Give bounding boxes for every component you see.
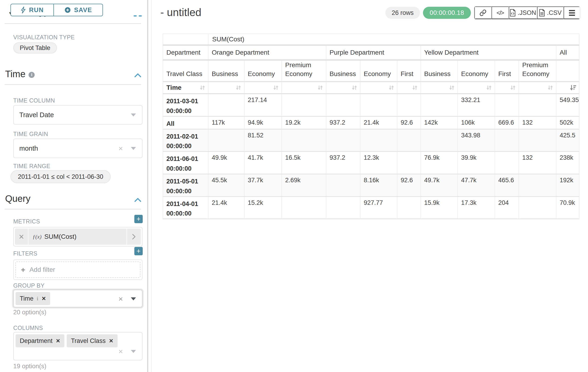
export-csv-button[interactable]: .CSV [537,7,564,19]
selected-tag[interactable]: Travel Class✕ [67,334,117,347]
export-toolbar: </> .JSON .CSV [474,6,580,20]
query-section-header[interactable]: Query [5,193,31,204]
value-cell [208,94,244,116]
value-cell: 76.9k [421,152,458,174]
value-cell: 2.69k [282,174,326,196]
column-sort-header[interactable] [519,82,556,94]
metric-pill[interactable]: ✕ ƒ(x) SUM(Cost) [15,229,141,245]
time-column-value: Travel Date [19,111,54,119]
value-cell: 937.2 [326,152,360,174]
plus-circle-icon [64,7,71,13]
row-header: 2011-03-01 00:00:00 [163,94,208,116]
sort-icon [486,85,492,91]
remove-metric-icon[interactable]: ✕ [15,229,28,245]
save-button[interactable]: SAVE [54,4,103,16]
value-cell: 425.5 [556,129,579,152]
value-cell [519,174,556,196]
group-by-label: GROUP BY [13,282,45,289]
more-options-button[interactable] [564,7,580,19]
value-cell: 21.4k [208,196,244,219]
department-group-header: All [556,45,579,60]
visualization-type-value[interactable]: Pivot Table [13,42,57,53]
column-sort-header[interactable] [360,82,397,94]
value-cell [397,94,421,116]
add-filter-button[interactable]: + Add filter [15,262,140,278]
value-cell: 332.21 [458,94,495,116]
value-cell: 15.9k [421,196,458,219]
expand-metric-icon[interactable] [126,229,141,245]
group-by-select[interactable]: Timei✕ × [13,290,142,307]
add-filter-placeholder: Add filter [30,266,55,273]
sort-icon [547,85,554,91]
value-cell: 19.2k [282,116,326,129]
section-divider [5,209,141,210]
time-range-value[interactable]: 2011-01-01 ≤ col < 2011-06-30 [10,170,111,183]
time-column-label: TIME COLUMN [13,97,55,104]
travel-class-header: Economy [458,60,495,82]
chevron-down-icon [131,297,136,300]
value-cell [519,94,556,116]
time-section-header[interactable]: Time i [5,69,35,79]
time-column-select[interactable]: Travel Date [13,105,142,125]
plus-icon: + [21,266,25,273]
columns-select[interactable]: Department✕Travel Class✕ × [13,332,142,360]
selected-tag[interactable]: Department✕ [16,334,64,347]
view-query-button[interactable]: </> [492,7,509,19]
value-cell: 669.6 [495,116,519,129]
value-cell: 549.35 [556,94,579,116]
value-cell: 39.9k [458,152,495,174]
add-filter-plus-button[interactable]: + [134,247,143,255]
add-metric-button[interactable]: + [134,215,143,223]
column-sort-header[interactable] [421,82,458,94]
value-cell: 94.9k [244,116,282,129]
selected-tag[interactable]: Timei✕ [16,292,50,305]
code-icon: </> [496,9,504,17]
group-by-options-hint: 20 option(s) [13,309,46,316]
travel-class-header [556,60,579,82]
column-sort-header[interactable] [208,82,244,94]
column-sort-header[interactable] [282,82,326,94]
value-cell: 238k [556,152,579,174]
value-cell: 217.14 [244,94,282,116]
column-sort-header[interactable] [326,82,360,94]
export-json-label: .JSON [518,9,536,17]
column-sort-header[interactable] [556,82,579,94]
value-cell: 41.7k [244,152,282,174]
value-cell: 8.16k [360,174,397,196]
row-axis-sort-header[interactable]: Time [163,82,208,94]
value-cell: 106k [458,116,495,129]
column-sort-header[interactable] [244,82,282,94]
lightning-bolt-icon [21,7,26,13]
sidebar-scrollbar[interactable] [147,0,148,372]
table-row: All117k94.9k19.2k937.221.4k92.6142k106k6… [163,116,579,129]
value-cell: 502k [556,116,579,129]
sort-icon [351,85,358,91]
chevron-up-icon[interactable] [134,73,141,78]
column-sort-header[interactable] [397,82,421,94]
link-icon [480,9,486,16]
time-range-label: TIME RANGE [13,163,51,170]
column-sort-header[interactable] [458,82,495,94]
remove-tag-icon[interactable]: ✕ [42,296,46,302]
column-sort-header[interactable] [495,82,519,94]
clear-icon[interactable]: × [118,295,123,303]
travel-class-header: Economy [244,60,282,82]
filters-container: + Add filter [13,259,142,280]
remove-tag-icon[interactable]: ✕ [109,338,113,344]
remove-tag-icon[interactable]: ✕ [56,338,60,344]
run-button-label: RUN [29,7,44,14]
value-cell: 47.7k [458,174,495,196]
share-link-button[interactable] [474,7,492,19]
travel-class-header: First [397,60,421,82]
value-cell: 92.6 [397,116,421,129]
run-button[interactable]: RUN [10,4,54,16]
export-json-button[interactable]: .JSON [509,7,537,19]
time-grain-select[interactable]: month × [13,138,142,158]
chevron-up-icon[interactable] [134,198,141,202]
chart-title[interactable]: - untitled [160,6,201,19]
value-cell: 343.98 [458,129,495,152]
clear-icon[interactable]: × [118,347,123,355]
value-cell [326,129,360,152]
clear-icon[interactable]: × [118,144,123,152]
filters-label: FILTERS [13,250,37,257]
